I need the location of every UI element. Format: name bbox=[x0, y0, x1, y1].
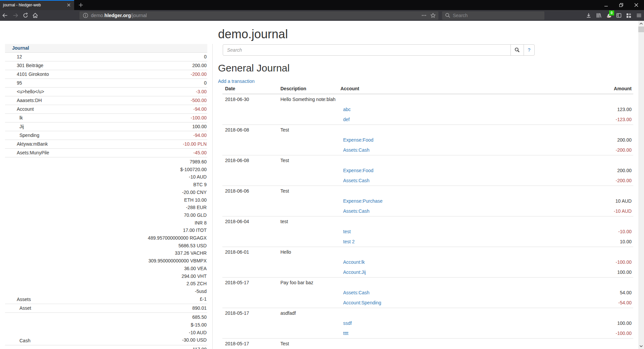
sidebar-account-row[interactable]: Asset890.01 bbox=[5, 304, 207, 313]
sidebar-toggle-icon[interactable] bbox=[616, 13, 622, 18]
apps-grid-icon[interactable] bbox=[626, 13, 631, 18]
site-info-icon[interactable] bbox=[83, 13, 88, 18]
browser-search-bar[interactable]: Search bbox=[442, 11, 544, 20]
page-actions-icon[interactable] bbox=[421, 13, 427, 18]
posting-account-link[interactable]: abc bbox=[343, 107, 351, 112]
sidebar-account-row[interactable]: -117.00 bbox=[5, 345, 207, 349]
posting-amount: 200.00 bbox=[489, 135, 633, 145]
transaction-description: asdfadf bbox=[278, 308, 338, 318]
transaction-date: 2018-05-17 bbox=[222, 308, 278, 318]
posting-amount: -200.00 bbox=[489, 145, 633, 155]
transaction: 2018-06-06TestExpense:Purchase10 AUDAsse… bbox=[222, 186, 633, 216]
header-description: Description bbox=[278, 84, 338, 94]
sidebar-account-row[interactable]: Aktywa:mBank-10.00 PLN bbox=[5, 140, 207, 149]
posting-account-link[interactable]: Expense:Purchase bbox=[343, 198, 383, 204]
sidebar-account-row[interactable]: 301 Beiträge200.00 bbox=[5, 61, 207, 70]
posting-account-link[interactable]: Assets:Cash bbox=[343, 147, 370, 153]
new-tab-icon[interactable] bbox=[78, 2, 84, 8]
back-icon[interactable] bbox=[2, 13, 8, 18]
search-icon bbox=[515, 47, 520, 53]
account-name[interactable]: 95 bbox=[5, 79, 22, 87]
section-heading: General Journal bbox=[218, 62, 289, 73]
account-name[interactable]: Asset bbox=[5, 304, 31, 312]
account-name[interactable]: Cash bbox=[5, 337, 31, 345]
sidebar-journal-link[interactable]: Journal bbox=[5, 44, 207, 53]
sidebar-account-row[interactable]: Spending-94.00 bbox=[5, 131, 207, 140]
sidebar-account-row[interactable]: lk-100.00 bbox=[5, 114, 207, 122]
account-name[interactable]: Spending bbox=[5, 131, 39, 140]
downloads-icon[interactable] bbox=[586, 13, 591, 18]
account-name[interactable]: Account bbox=[5, 105, 34, 113]
posting-amount: -100.00 bbox=[489, 328, 633, 338]
account-balance: -117.00 bbox=[191, 345, 207, 349]
account-name[interactable]: Jij bbox=[5, 122, 24, 131]
transaction-date: 2018-06-08 bbox=[222, 155, 278, 165]
account-name[interactable]: Asets:MunyPile bbox=[5, 149, 49, 157]
home-icon[interactable] bbox=[33, 13, 38, 18]
account-name[interactable]: 4101 Girokonto bbox=[5, 70, 49, 79]
account-balance: -100.00 bbox=[191, 114, 207, 122]
account-name[interactable]: Assets bbox=[5, 295, 31, 304]
scroll-down-icon[interactable] bbox=[638, 343, 644, 349]
account-name[interactable]: Aaasets:DH bbox=[5, 96, 42, 105]
account-name[interactable]: 12 bbox=[5, 53, 22, 61]
scroll-up-icon[interactable] bbox=[638, 21, 644, 27]
posting-account-link[interactable]: test 2 bbox=[343, 239, 355, 244]
transaction: 2018-06-08TestExpense:Food200.00Assets:C… bbox=[222, 124, 633, 155]
tab-close-icon[interactable] bbox=[66, 2, 71, 8]
journal-search-input[interactable] bbox=[223, 44, 511, 56]
posting-account-link[interactable]: def bbox=[343, 117, 350, 122]
search-help-button[interactable]: ? bbox=[524, 44, 535, 56]
url-text: demo.hledger.org/journal bbox=[91, 13, 147, 18]
sidebar-account-row[interactable]: 120 bbox=[5, 53, 207, 61]
account-name[interactable]: Aktywa:mBank bbox=[5, 140, 48, 148]
account-name[interactable]: 301 Beiträge bbox=[5, 61, 43, 70]
transaction: 2018-05-17Pay foo bar bazAssets:Cash54.0… bbox=[222, 277, 633, 308]
page-scrollbar[interactable] bbox=[638, 21, 644, 349]
sidebar-account-row[interactable]: Aaasets:DH-500.00 bbox=[5, 96, 207, 105]
forward-icon[interactable] bbox=[13, 13, 18, 18]
posting-account-link[interactable]: tttt bbox=[343, 331, 348, 336]
menu-hamburger-icon[interactable] bbox=[636, 13, 642, 18]
posting-amount: 100.00 bbox=[489, 318, 633, 328]
posting-account-link[interactable]: Account:Jij bbox=[343, 269, 366, 275]
sidebar-account-row[interactable]: Jij100.00 bbox=[5, 122, 207, 131]
window-minimize-icon[interactable] bbox=[598, 0, 613, 10]
sidebar-account-row[interactable]: <u>hello</u>-3.00 bbox=[5, 88, 207, 96]
navigation-toolbar: demo.hledger.org/journal Search bbox=[0, 10, 644, 21]
window-close-icon[interactable] bbox=[629, 0, 644, 10]
sidebar-account-row[interactable]: Account-94.00 bbox=[5, 105, 207, 114]
posting-account-link[interactable]: Account:lk bbox=[343, 259, 365, 265]
bookmark-star-icon[interactable] bbox=[430, 13, 436, 18]
transaction: 2018-05-17Test bbox=[222, 338, 633, 349]
posting-amount: -54.00 bbox=[489, 298, 633, 308]
library-icon[interactable] bbox=[596, 13, 601, 18]
url-bar[interactable]: demo.hledger.org/journal bbox=[79, 11, 438, 20]
posting-account-link[interactable]: Expense:Food bbox=[343, 137, 373, 143]
journal-search-form: ? bbox=[223, 44, 535, 56]
posting-account-link[interactable]: Assets:Cash bbox=[343, 208, 370, 214]
sidebar-account-row[interactable]: Cash685.50$-15.00-10 AUD-30.00 USD bbox=[5, 313, 207, 345]
account-balance: 890.01 bbox=[192, 304, 207, 312]
sidebar-account-row[interactable]: Assets7989.60$-100720.00-10 AUDBTC 9-20.… bbox=[5, 157, 207, 304]
posting-account-link[interactable]: Account:Spending bbox=[343, 300, 381, 305]
window-restore-icon[interactable] bbox=[613, 0, 629, 10]
account-name[interactable]: lk bbox=[5, 114, 23, 122]
account-balance: -45.00 bbox=[193, 149, 207, 157]
account-name[interactable]: <u>hello</u> bbox=[5, 88, 44, 96]
posting-account-link[interactable]: test bbox=[343, 229, 351, 234]
reload-icon[interactable] bbox=[23, 13, 28, 18]
scrollbar-thumb[interactable] bbox=[638, 27, 644, 32]
posting-account-link[interactable]: Expense:Food bbox=[343, 168, 373, 173]
posting-account-link[interactable]: Assets:Cash bbox=[343, 178, 370, 183]
sidebar-account-row[interactable]: 4101 Girokonto-200.00 bbox=[5, 70, 207, 79]
posting-account-link[interactable]: ssdf bbox=[343, 320, 352, 326]
browser-tab[interactable]: journal - hledger-web bbox=[0, 0, 74, 10]
posting-account-link[interactable]: Assets:Cash bbox=[343, 290, 370, 295]
transaction-date: 2018-06-30 bbox=[222, 94, 278, 104]
account-balance: 0 bbox=[204, 53, 207, 61]
sidebar-account-row[interactable]: 950 bbox=[5, 79, 207, 88]
journal-search-button[interactable] bbox=[511, 44, 524, 56]
account-balance: 200.00 bbox=[192, 61, 207, 70]
sidebar-account-row[interactable]: Asets:MunyPile-45.00 bbox=[5, 149, 207, 157]
